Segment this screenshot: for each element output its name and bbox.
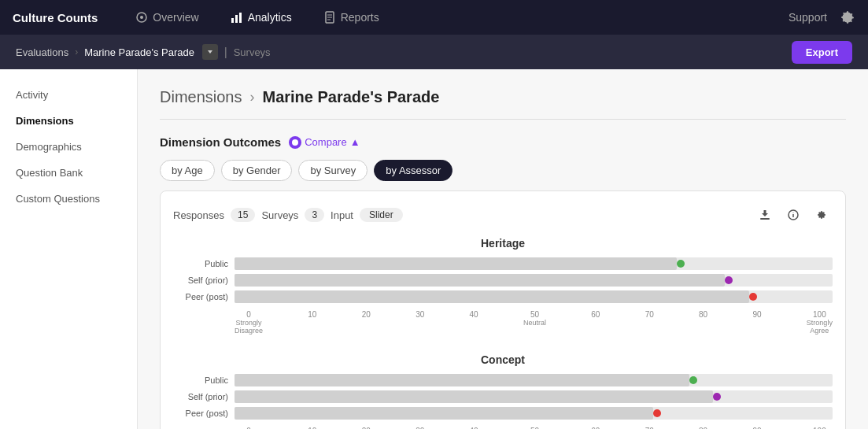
section-title: Dimension Outcomes [160, 135, 281, 149]
content-area: Dimensions › Marine Parade's Parade Dime… [138, 69, 868, 429]
settings-icon[interactable] [840, 9, 855, 25]
svg-rect-4 [239, 13, 242, 23]
bar-chart-concept: PublicSelf (prior)Peer (post)0Strongly D… [173, 374, 833, 429]
bar-dot [713, 393, 721, 401]
slider-badge: Slider [360, 208, 403, 222]
bar-track [235, 407, 833, 420]
info-button[interactable] [782, 204, 804, 226]
breadcrumb-evaluations[interactable]: Evaluations [16, 46, 68, 58]
svg-point-1 [140, 16, 143, 19]
x-axis-bottom-label: Neutral [523, 319, 546, 327]
x-axis-label: 10 [308, 310, 316, 319]
compare-icon [289, 136, 301, 149]
nav-analytics[interactable]: Analytics [224, 8, 298, 27]
section-header: Dimension Outcomes Compare ▲ [160, 135, 846, 149]
bar-label: Public [173, 259, 228, 268]
download-icon [759, 209, 771, 221]
compare-button[interactable]: Compare ▲ [289, 136, 360, 149]
doc-icon [323, 11, 336, 24]
nav-reports[interactable]: Reports [317, 8, 386, 27]
bar-dot [725, 276, 733, 284]
x-axis-label: 60 [591, 310, 600, 319]
download-button[interactable] [754, 204, 776, 226]
bar-dot [749, 293, 757, 301]
bar-label: Public [173, 375, 228, 385]
sidebar-item-demographics[interactable]: Demographics [0, 134, 137, 160]
export-button[interactable]: Export [792, 41, 852, 64]
breadcrumb-dropdown[interactable] [202, 44, 218, 60]
x-axis-label: 90 [752, 310, 761, 319]
bar-row: Public [173, 257, 833, 270]
filter-tabs: by Age by Gender by Survey by Assessor [160, 160, 846, 181]
bar-fill [235, 290, 749, 303]
x-axis-bottom-label: Strongly Agree [807, 319, 833, 335]
top-nav: Culture Counts Overview Analytics Report… [0, 0, 868, 35]
responses-label: Responses [173, 209, 224, 221]
chart-title-concept: Concept [173, 353, 833, 366]
chart-heritage: HeritagePublicSelf (prior)Peer (post)0St… [173, 237, 833, 335]
bar-dot [689, 376, 697, 384]
page-breadcrumb-dim: Dimensions [160, 88, 242, 106]
sidebar-item-activity[interactable]: Activity [0, 82, 137, 108]
page-header: Dimensions › Marine Parade's Parade [160, 88, 846, 120]
bar-fill [235, 274, 725, 287]
x-axis-label: 100 [813, 310, 826, 319]
bar-label: Self (prior) [173, 276, 228, 285]
bar-fill [235, 407, 653, 420]
settings-chart-button[interactable] [811, 204, 833, 226]
svg-rect-2 [231, 18, 234, 23]
compare-circle-icon [291, 139, 299, 146]
x-axis-label: 70 [645, 310, 654, 319]
nav-right: Support [789, 9, 855, 25]
bar-row: Public [173, 374, 833, 386]
sidebar-item-dimensions[interactable]: Dimensions [0, 108, 137, 134]
app-logo[interactable]: Culture Counts [13, 11, 98, 24]
sidebar-item-question-bank[interactable]: Question Bank [0, 160, 137, 186]
svg-rect-3 [235, 15, 238, 23]
circle-icon [135, 11, 148, 24]
main-layout: Activity Dimensions Demographics Questio… [0, 69, 868, 429]
filter-by-age[interactable]: by Age [160, 160, 215, 181]
breadcrumb-chevron-1: › [75, 46, 78, 57]
breadcrumb-divider: | [224, 46, 227, 58]
bar-row: Peer (post) [173, 407, 833, 420]
bar-track [235, 390, 833, 403]
breadcrumb-bar: Evaluations › Marine Parade's Parade | S… [0, 35, 868, 69]
x-axis-label: 40 [470, 310, 478, 319]
chart-toolbar-icons [754, 204, 833, 226]
x-axis-label: 80 [699, 310, 707, 319]
filter-by-gender[interactable]: by Gender [221, 160, 293, 181]
breadcrumb-event[interactable]: Marine Parade's Parade [84, 46, 194, 58]
breadcrumb-surveys[interactable]: Surveys [234, 46, 271, 58]
responses-count: 15 [231, 208, 255, 222]
chevron-down-icon [206, 48, 214, 56]
input-label: Input [331, 209, 353, 221]
filter-by-assessor[interactable]: by Assessor [374, 160, 452, 181]
sidebar-item-custom-questions[interactable]: Custom Questions [0, 186, 137, 212]
surveys-count: 3 [305, 208, 324, 222]
svg-point-13 [793, 213, 794, 213]
gear-chart-icon [815, 209, 828, 221]
bar-chart-heritage: PublicSelf (prior)Peer (post)0Strongly D… [173, 257, 833, 335]
bar-row: Peer (post) [173, 290, 833, 303]
nav-overview[interactable]: Overview [129, 8, 205, 27]
bar-track [235, 274, 833, 287]
bar-track [235, 374, 833, 386]
bar-label: Peer (post) [173, 292, 228, 301]
chart-toolbar: Responses 15 Surveys 3 Input Slider [173, 204, 833, 226]
bar-chart-icon [231, 11, 243, 24]
x-axis-bottom-label: Strongly Disagree [235, 319, 263, 335]
bar-row: Self (prior) [173, 274, 833, 287]
bar-label: Self (prior) [173, 392, 228, 401]
chart-title-heritage: Heritage [173, 237, 833, 250]
chart-container: Responses 15 Surveys 3 Input Slider [160, 190, 846, 429]
filter-by-survey[interactable]: by Survey [298, 160, 368, 181]
chart-concept: ConceptPublicSelf (prior)Peer (post)0Str… [173, 353, 833, 429]
support-link[interactable]: Support [789, 11, 827, 24]
bar-fill [235, 390, 713, 403]
bar-track [235, 257, 833, 270]
bar-dot [653, 409, 661, 417]
x-axis-label: 20 [362, 310, 371, 319]
x-axis-label: 30 [416, 310, 424, 319]
x-axis: 0Strongly Disagree1020304050Neutral60708… [173, 310, 833, 335]
